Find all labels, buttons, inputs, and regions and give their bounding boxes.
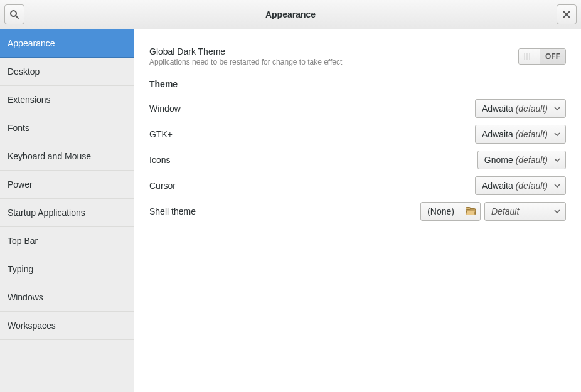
toggle-handle <box>519 49 540 64</box>
sidebar-item-appearance[interactable]: Appearance <box>0 29 134 58</box>
theme-gtk-label: GTK+ <box>149 129 173 139</box>
theme-window-combo[interactable]: Adwaita (default) <box>475 99 566 118</box>
theme-section-header: Theme <box>149 79 566 89</box>
shell-theme-file-chooser[interactable]: (None) <box>420 202 481 221</box>
combo-suffix: (default) <box>516 181 548 191</box>
theme-gtk-combo[interactable]: Adwaita (default) <box>475 125 566 144</box>
search-button[interactable] <box>4 4 24 24</box>
sidebar-item-fonts[interactable]: Fonts <box>0 114 134 142</box>
combo-value: Adwaita <box>482 103 513 114</box>
combo-value: Adwaita <box>482 181 513 191</box>
sidebar-item-keyboard-and-mouse[interactable]: Keyboard and Mouse <box>0 142 134 171</box>
sidebar-item-label: Power <box>8 179 33 189</box>
sidebar-item-label: Fonts <box>8 123 29 133</box>
theme-shell-label: Shell theme <box>149 206 196 216</box>
shell-theme-combo[interactable]: Default <box>484 202 566 221</box>
theme-cursor-label: Cursor <box>149 181 176 191</box>
sidebar-item-workspaces[interactable]: Workspaces <box>0 312 134 340</box>
sidebar-item-extensions[interactable]: Extensions <box>0 86 134 114</box>
combo-suffix: (default) <box>516 155 548 165</box>
chevron-down-icon <box>553 183 562 189</box>
search-icon <box>9 9 19 19</box>
theme-icons-label: Icons <box>149 155 170 165</box>
close-button[interactable] <box>557 4 577 24</box>
sidebar-item-label: Workspaces <box>8 320 56 331</box>
close-icon <box>563 11 570 18</box>
window-title: Appearance <box>265 9 316 19</box>
theme-shell-row: Shell theme (None) Default <box>149 198 566 224</box>
chevron-down-icon <box>553 105 562 112</box>
combo-value: Gnome <box>484 155 513 165</box>
svg-line-1 <box>16 16 18 18</box>
combo-value: Default <box>491 206 519 216</box>
sidebar-item-windows[interactable]: Windows <box>0 283 134 312</box>
theme-window-label: Window <box>149 103 181 114</box>
sidebar-item-top-bar[interactable]: Top Bar <box>0 227 134 255</box>
theme-cursor-combo[interactable]: Adwaita (default) <box>475 176 566 195</box>
theme-icons-combo[interactable]: Gnome (default) <box>477 151 566 169</box>
sidebar-item-label: Desktop <box>8 66 40 77</box>
sidebar-item-desktop[interactable]: Desktop <box>0 58 134 86</box>
theme-icons-row: Icons Gnome (default) <box>149 147 566 172</box>
headerbar: Appearance <box>0 0 581 29</box>
sidebar-item-typing[interactable]: Typing <box>0 255 134 283</box>
main-panel: Global Dark Theme Applications need to b… <box>134 29 581 392</box>
chevron-down-icon <box>553 208 562 215</box>
global-dark-subtitle: Applications need to be restarted for ch… <box>149 58 342 66</box>
sidebar: AppearanceDesktopExtensionsFontsKeyboard… <box>0 29 134 392</box>
sidebar-item-power[interactable]: Power <box>0 171 134 199</box>
sidebar-item-label: Extensions <box>8 95 50 105</box>
combo-suffix: (default) <box>516 103 548 114</box>
svg-rect-5 <box>466 207 471 209</box>
theme-cursor-row: Cursor Adwaita (default) <box>149 172 566 198</box>
file-chooser-value: (None) <box>421 203 461 220</box>
folder-open-icon <box>461 203 480 220</box>
combo-value: Adwaita <box>482 129 513 139</box>
global-dark-theme-row: Global Dark Theme Applications need to b… <box>149 43 566 69</box>
sidebar-item-label: Top Bar <box>8 236 38 246</box>
global-dark-toggle[interactable]: OFF <box>518 48 566 65</box>
theme-window-row: Window Adwaita (default) <box>149 95 566 121</box>
theme-gtk-row: GTK+ Adwaita (default) <box>149 121 566 147</box>
sidebar-item-startup-applications[interactable]: Startup Applications <box>0 199 134 227</box>
sidebar-item-label: Keyboard and Mouse <box>8 151 91 161</box>
toggle-state-label: OFF <box>540 49 565 64</box>
sidebar-item-label: Appearance <box>8 38 55 48</box>
sidebar-item-label: Windows <box>8 292 43 302</box>
sidebar-item-label: Typing <box>8 264 33 274</box>
sidebar-item-label: Startup Applications <box>8 208 85 218</box>
chevron-down-icon <box>553 131 562 137</box>
global-dark-title: Global Dark Theme <box>149 46 342 56</box>
combo-suffix: (default) <box>516 129 548 139</box>
chevron-down-icon <box>553 157 562 163</box>
content-area: AppearanceDesktopExtensionsFontsKeyboard… <box>0 29 581 392</box>
